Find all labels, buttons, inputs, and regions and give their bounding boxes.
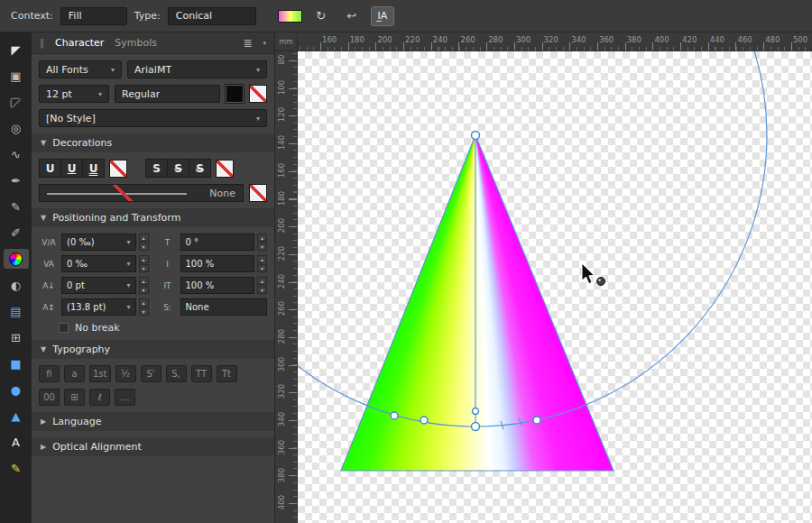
stepper-down-icon[interactable]: ▾	[139, 264, 149, 272]
section-optical-alignment-header[interactable]: ▶ Optical Alignment	[32, 437, 274, 456]
move-tool[interactable]: ◤	[4, 40, 29, 60]
tab-symbols[interactable]: Symbols	[115, 37, 157, 49]
node-tool[interactable]: ◤	[4, 92, 29, 112]
triangle-tool[interactable]: ▲	[4, 406, 29, 426]
gradient-end-handle[interactable]	[472, 423, 480, 431]
section-typography-header[interactable]: ▼ Typography	[32, 340, 274, 359]
typography-extra-2-button[interactable]: ⊞	[64, 389, 85, 406]
underline-single-button[interactable]: U	[60, 159, 83, 178]
conical-gradient-radius-circle[interactable]	[298, 51, 767, 427]
gradient-midpoint-handle[interactable]	[473, 408, 479, 415]
underline-none-button[interactable]: U	[39, 159, 61, 178]
text-stroke-color-swatch[interactable]	[249, 85, 267, 103]
canvas[interactable]	[298, 51, 812, 523]
stepper-up-icon[interactable]: ▴	[139, 234, 149, 242]
cycle-gradient-button[interactable]: ↻	[309, 6, 333, 26]
context-fill-field[interactable]: Fill	[60, 7, 127, 25]
horizontal-scale-stepper[interactable]: ▴▾	[257, 277, 267, 294]
stepper-up-icon[interactable]: ▴	[257, 234, 267, 242]
shear-input[interactable]: 0 °	[180, 234, 255, 251]
typography-feature-8-button[interactable]: Tt	[217, 365, 237, 382]
kerning-input[interactable]: 0 ‰▾	[61, 255, 136, 272]
left-ruler[interactable]: 8010012014016018020022024026028030032034…	[275, 51, 298, 523]
stepper-up-icon[interactable]: ▴	[257, 277, 267, 285]
stepper-down-icon[interactable]: ▾	[139, 286, 149, 294]
no-break-checkbox[interactable]	[59, 323, 69, 333]
leading-override-input[interactable]: (13.8 pt)▾	[61, 298, 136, 316]
font-collection-select[interactable]: All Fonts ▾	[39, 60, 122, 78]
pencil-tool[interactable]: ✎	[4, 197, 29, 216]
section-language-header[interactable]: ▶ Language	[32, 412, 274, 431]
tracking-stepper[interactable]: ▴▾	[139, 234, 149, 251]
stepper-down-icon[interactable]: ▾	[257, 243, 267, 251]
font-size-select[interactable]: 12 pt ▾	[39, 85, 109, 103]
panel-menu-icon[interactable]: ≣	[243, 37, 252, 50]
typography-feature-1-button[interactable]: fi	[39, 365, 60, 382]
ruler-unit-box[interactable]: mm	[275, 32, 298, 51]
gradient-stop-handle[interactable]	[533, 417, 540, 424]
stepper-up-icon[interactable]: ▴	[139, 255, 149, 263]
top-ruler[interactable]: 1601802002202402602803003203403603804004…	[298, 32, 812, 51]
strikethrough-color-swatch[interactable]	[216, 160, 234, 178]
typography-extra-3-button[interactable]: ℓ	[89, 389, 110, 406]
gradient-stop-handle[interactable]	[420, 417, 428, 424]
section-positioning-header[interactable]: ▼ Positioning and Transform	[32, 208, 274, 227]
stepper-down-icon[interactable]: ▾	[139, 307, 149, 316]
panel-drag-handle-icon[interactable]: ‖	[40, 38, 44, 48]
gradient-type-select[interactable]: Conical	[168, 7, 256, 25]
text-fill-color-swatch[interactable]	[226, 85, 244, 103]
baseline-stepper[interactable]: ▴▾	[139, 277, 149, 294]
transparency-tool[interactable]: ◐	[4, 275, 29, 295]
stepper-down-icon[interactable]: ▾	[139, 243, 149, 251]
strike-double-button[interactable]: S	[189, 159, 211, 178]
edit-fill-button[interactable]: I̲A	[371, 6, 394, 26]
text-tool[interactable]: A	[4, 432, 29, 452]
rectangle-tool[interactable]: ■	[4, 353, 29, 373]
underline-color-swatch[interactable]	[109, 160, 127, 178]
typography-feature-4-button[interactable]: ½	[115, 365, 136, 382]
tracking-input[interactable]: (0 ‰)▾	[61, 234, 136, 251]
contour-tool[interactable]: ◎	[4, 118, 29, 138]
baseline-input[interactable]: 0 pt▾	[61, 277, 136, 294]
text-style-select[interactable]: [No Style] ▾	[39, 109, 267, 127]
color-picker-tool[interactable]: ✎	[4, 458, 29, 478]
gradient-stop-tick[interactable]	[519, 417, 521, 426]
typography-feature-3-button[interactable]: 1st	[89, 365, 111, 382]
vector-brush-tool[interactable]: ✐	[4, 223, 29, 243]
stepper-up-icon[interactable]: ▴	[139, 298, 149, 307]
vertical-scale-stepper[interactable]: ▴▾	[257, 255, 267, 272]
stepper-down-icon[interactable]: ▾	[257, 286, 267, 294]
gradient-tool[interactable]	[4, 249, 29, 269]
section-decorations-header[interactable]: ▼ Decorations	[32, 133, 274, 152]
show-special-input[interactable]: None	[180, 298, 268, 316]
stepper-up-icon[interactable]: ▴	[139, 277, 149, 285]
tab-character[interactable]: Character	[55, 37, 104, 49]
corner-tool[interactable]: ∿	[4, 144, 29, 164]
stepper-down-icon[interactable]: ▾	[257, 264, 267, 272]
gradient-center-handle[interactable]	[472, 132, 480, 140]
reverse-gradient-button[interactable]: ↩	[340, 6, 364, 26]
leading-override-stepper[interactable]: ▴▾	[139, 298, 149, 316]
typography-extra-4-button[interactable]: …	[115, 389, 135, 406]
underline-double-button[interactable]: U	[82, 159, 105, 178]
pen-tool[interactable]: ✒	[4, 170, 29, 190]
horizontal-scale-input[interactable]: 100 %	[180, 277, 255, 294]
font-family-select[interactable]: ArialMT ▾	[127, 60, 267, 78]
stepper-up-icon[interactable]: ▴	[257, 255, 267, 263]
triangle-selection-outline[interactable]	[341, 135, 614, 471]
font-weight-select[interactable]: Regular	[115, 85, 220, 103]
typography-feature-2-button[interactable]: a	[64, 365, 85, 382]
artboard-tool[interactable]: ▣	[4, 66, 29, 86]
typography-extra-1-button[interactable]: 00	[39, 389, 60, 406]
ellipse-tool[interactable]: ●	[4, 380, 29, 399]
kerning-stepper[interactable]: ▴▾	[139, 255, 149, 272]
typography-feature-6-button[interactable]: S,	[166, 365, 187, 382]
strike-none-button[interactable]: S	[145, 159, 168, 178]
crop-tool[interactable]: ⊞	[4, 327, 29, 347]
strike-single-button[interactable]: S	[167, 159, 189, 178]
decoration-line-color-swatch[interactable]	[249, 184, 267, 202]
gradient-preview-swatch[interactable]	[278, 10, 302, 23]
picture-frame-tool[interactable]: ▤	[4, 301, 29, 321]
vertical-scale-input[interactable]: 100 %	[180, 255, 255, 272]
gradient-stop-handle[interactable]	[391, 412, 398, 419]
